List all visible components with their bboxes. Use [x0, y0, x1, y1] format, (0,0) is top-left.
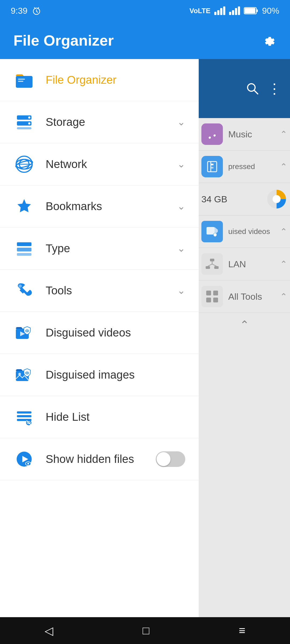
sidebar-item-storage[interactable]: Storage ⌄ — [0, 101, 199, 143]
signal-bars-1 — [214, 6, 225, 15]
disk-info: 34 GB — [199, 183, 290, 215]
type-label: Type — [46, 242, 177, 255]
sidebar-item-disguised-videos[interactable]: Disguised videos — [0, 312, 199, 354]
network-label: Network — [46, 158, 177, 171]
disguised-images-icon — [13, 364, 35, 386]
sidebar-item-hide-list[interactable]: Hide List — [0, 396, 199, 438]
svg-rect-13 — [17, 127, 31, 129]
svg-rect-34 — [17, 415, 31, 417]
svg-rect-10 — [18, 81, 23, 82]
search-icon[interactable] — [245, 82, 259, 96]
svg-point-43 — [27, 463, 29, 464]
home-button[interactable]: □ — [143, 624, 149, 637]
bookmarks-label: Bookmarks — [46, 200, 177, 213]
settings-button[interactable] — [260, 32, 277, 48]
svg-rect-6 — [245, 8, 255, 13]
svg-rect-9 — [18, 79, 25, 80]
rp-disguised-videos: uised videos ⌃ — [199, 215, 290, 248]
main-container: File Organizer Storage ⌄ — [0, 59, 290, 617]
all-tools-label: All Tools — [228, 291, 262, 302]
back-button[interactable]: ◁ — [45, 624, 53, 637]
sidebar-item-disguised-images[interactable]: Disguised images — [0, 354, 199, 396]
bottom-nav: ◁ □ ≡ — [0, 617, 290, 644]
hide-list-label: Hide List — [46, 411, 185, 423]
rp-music-item: Music ⌃ — [199, 118, 290, 151]
svg-line-56 — [212, 264, 216, 266]
rp-compressed-item: pressed ⌃ — [199, 151, 290, 183]
show-hidden-files-label: Show hidden files — [46, 453, 134, 466]
rp-all-tools: All Tools ⌃ — [199, 280, 290, 313]
type-chevron: ⌄ — [177, 243, 185, 254]
svg-rect-53 — [214, 266, 219, 269]
disguised-images-label: Disguised images — [46, 368, 185, 381]
recents-button[interactable]: ≡ — [239, 624, 245, 637]
svg-rect-57 — [206, 291, 211, 295]
type-icon — [13, 238, 35, 259]
storage-chevron: ⌄ — [177, 116, 185, 128]
more-options-icon[interactable]: ⋮ — [267, 80, 282, 97]
signal-bars-2 — [229, 6, 240, 15]
tools-icon — [13, 280, 35, 301]
file-organizer-icon — [13, 69, 35, 91]
all-tools-chevron: ⌃ — [280, 291, 287, 302]
collapse-section[interactable]: ⌃ — [199, 313, 290, 337]
network-chevron: ⌄ — [177, 159, 185, 170]
battery-icon — [244, 6, 258, 15]
hide-list-icon — [13, 406, 35, 428]
svg-rect-58 — [213, 291, 218, 295]
show-hidden-files-left: Show hidden files — [13, 448, 134, 470]
time: 9:39 — [11, 6, 27, 16]
disguised-videos-label: Disguised videos — [46, 326, 185, 339]
right-panel-header: ⋮ — [199, 59, 290, 118]
show-hidden-files-toggle[interactable] — [156, 451, 185, 467]
lan-chevron: ⌃ — [280, 259, 287, 269]
sidebar: File Organizer Storage ⌄ — [0, 59, 199, 617]
network-type: VoLTE — [189, 7, 210, 15]
svg-rect-7 — [256, 9, 258, 12]
music-icon-box — [201, 123, 223, 145]
svg-rect-33 — [17, 411, 31, 414]
storage-label: Storage — [46, 116, 177, 129]
bookmarks-chevron: ⌄ — [177, 201, 185, 212]
svg-point-49 — [273, 195, 281, 203]
svg-rect-52 — [206, 266, 210, 269]
compressed-icon-box — [201, 156, 223, 177]
tools-label: Tools — [46, 284, 177, 297]
file-organizer-label: File Organizer — [46, 74, 185, 86]
network-icon — [13, 153, 35, 175]
right-panel-content: Music ⌃ pressed ⌃ 34 GB — [199, 118, 290, 617]
svg-rect-51 — [210, 259, 214, 261]
lan-label: LAN — [228, 259, 246, 269]
right-panel: ⋮ Music ⌃ — [199, 59, 290, 617]
disk-size: 34 GB — [201, 194, 227, 204]
music-chevron: ⌃ — [280, 129, 287, 139]
sidebar-item-network[interactable]: Network ⌄ — [0, 143, 199, 185]
sidebar-item-file-organizer[interactable]: File Organizer — [0, 59, 199, 101]
disguised-videos-rp-label: uised videos — [228, 227, 270, 236]
status-left: 9:39 — [11, 6, 41, 16]
disguised-videos-chevron: ⌃ — [280, 226, 287, 237]
svg-point-24 — [19, 284, 22, 288]
rp-lan-item: LAN ⌃ — [199, 248, 290, 280]
storage-icon — [13, 111, 35, 133]
svg-rect-59 — [206, 298, 211, 302]
disguised-videos-icon — [13, 322, 35, 343]
status-right: VoLTE 90% — [189, 6, 279, 16]
app-title: File Organizer — [13, 32, 114, 49]
disk-pie-chart — [266, 188, 287, 210]
music-label: Music — [228, 129, 252, 140]
bookmarks-icon — [13, 196, 35, 217]
svg-line-2 — [37, 11, 38, 12]
svg-rect-46 — [208, 162, 217, 172]
svg-rect-21 — [17, 242, 31, 246]
sidebar-item-tools[interactable]: Tools ⌄ — [0, 270, 199, 312]
app-header: File Organizer — [0, 21, 290, 59]
sidebar-item-type[interactable]: Type ⌄ — [0, 228, 199, 270]
all-tools-icon-box — [201, 286, 223, 307]
tools-chevron: ⌄ — [177, 285, 185, 296]
sidebar-item-bookmarks[interactable]: Bookmarks ⌄ — [0, 185, 199, 228]
show-hidden-files-icon — [13, 448, 35, 470]
svg-point-32 — [27, 372, 28, 374]
status-bar: 9:39 VoLTE — [0, 0, 290, 21]
svg-rect-23 — [17, 253, 31, 256]
